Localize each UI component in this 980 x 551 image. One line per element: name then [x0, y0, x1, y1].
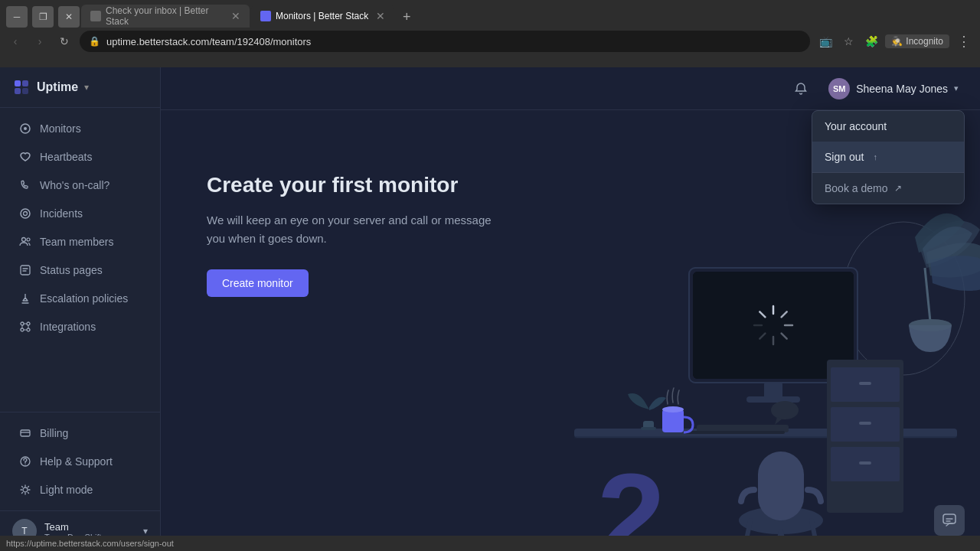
tab-monitors[interactable]: Monitors | Better Stack ✕ — [251, 5, 394, 28]
svg-point-11 — [21, 322, 24, 325]
extensions-icon[interactable]: 🧩 — [862, 32, 880, 51]
sidebar-item-light-mode[interactable]: Light mode — [6, 476, 154, 504]
monitors-label: Monitors — [40, 122, 81, 135]
sidebar-item-monitors[interactable]: Monitors — [6, 115, 154, 142]
team-members-label: Team members — [40, 236, 113, 248]
create-monitor-btn[interactable]: Create monitor — [207, 269, 309, 297]
user-menu-btn[interactable]: SM Sheena May Jones ▾ — [822, 75, 965, 103]
tab-inbox[interactable]: Check your inbox | Better Stack ✕ — [81, 5, 250, 28]
sidebar-item-escalation[interactable]: Escalation policies — [6, 285, 154, 312]
light-mode-icon — [18, 483, 32, 497]
incidents-label: Incidents — [40, 207, 83, 220]
new-tab-btn[interactable]: + — [396, 6, 417, 28]
escalation-label: Escalation policies — [40, 292, 128, 305]
minimize-btn[interactable]: ─ — [6, 6, 28, 28]
user-name: Sheena May Jones — [856, 83, 948, 95]
back-btn[interactable]: ‹ — [6, 32, 24, 51]
svg-point-5 — [24, 127, 27, 130]
sidebar-nav: Monitors Heartbeats Who's on-call? — [0, 108, 160, 412]
app-container: Uptime ▾ Monitors — [0, 67, 980, 551]
svg-point-18 — [23, 487, 28, 492]
lock-icon: 🔒 — [89, 36, 100, 47]
status-url: https://uptime.betterstack.com/users/sig… — [6, 539, 174, 548]
sidebar-item-billing[interactable]: Billing — [6, 419, 154, 447]
help-icon — [18, 455, 32, 468]
svg-rect-39 — [758, 452, 804, 520]
logo-icon — [12, 78, 31, 96]
hero-title: Create your first monitor — [207, 171, 498, 199]
tab-label-inbox: Check your inbox | Better Stack — [106, 5, 224, 27]
svg-rect-33 — [764, 383, 782, 398]
status-bar: https://uptime.betterstack.com/users/sig… — [0, 536, 980, 551]
logo-area[interactable]: Uptime ▾ — [12, 78, 89, 96]
integrations-label: Integrations — [40, 321, 96, 333]
team-name: Team — [44, 521, 136, 533]
svg-rect-34 — [746, 396, 800, 403]
sidebar-item-incidents[interactable]: Incidents — [6, 200, 154, 227]
tab-label-monitors: Monitors | Better Stack — [276, 11, 368, 21]
svg-point-7 — [24, 212, 28, 216]
svg-rect-54 — [859, 422, 871, 425]
svg-point-6 — [21, 209, 30, 218]
svg-rect-10 — [21, 266, 30, 275]
tab-close-inbox[interactable]: ✕ — [231, 10, 240, 22]
address-bar[interactable]: 🔒 uptime.betterstack.com/team/192408/mon… — [80, 31, 810, 52]
svg-point-17 — [24, 464, 25, 465]
svg-point-48 — [771, 401, 799, 419]
svg-rect-0 — [15, 80, 21, 86]
toolbar-icons: 📺 ☆ 🧩 🕵 Incognito ⋮ — [816, 32, 974, 51]
cast-icon[interactable]: 📺 — [816, 32, 835, 51]
svg-rect-59 — [641, 427, 656, 430]
escalation-icon — [18, 292, 32, 305]
help-label: Help & Support — [40, 455, 113, 468]
sidebar-item-team-members[interactable]: Team members — [6, 228, 154, 256]
heartbeats-icon — [18, 150, 32, 164]
incidents-icon — [18, 207, 32, 220]
integrations-icon — [18, 320, 32, 334]
svg-rect-1 — [22, 80, 28, 86]
sidebar-item-integrations[interactable]: Integrations — [6, 313, 154, 341]
billing-icon — [18, 426, 32, 440]
status-pages-label: Status pages — [40, 264, 103, 276]
svg-point-14 — [27, 328, 30, 331]
svg-rect-53 — [859, 382, 871, 385]
sidebar: Uptime ▾ Monitors — [0, 67, 161, 551]
incognito-btn[interactable]: 🕵 Incognito — [885, 34, 949, 48]
main-header: SM Sheena May Jones ▾ — [161, 67, 980, 110]
svg-rect-2 — [15, 88, 21, 94]
chat-btn[interactable] — [934, 505, 965, 536]
dropdown-your-account[interactable]: Your account — [812, 111, 964, 142]
svg-rect-45 — [685, 431, 785, 434]
notifications-btn[interactable] — [789, 77, 813, 101]
logo-chevron-icon: ▾ — [84, 82, 89, 93]
browser-chrome: ─ ❐ ✕ Check your inbox | Better Stack ✕ … — [0, 0, 980, 67]
sidebar-item-oncall[interactable]: Who's on-call? — [6, 171, 154, 199]
restore-btn[interactable]: ❐ — [32, 6, 54, 28]
main-area: SM Sheena May Jones ▾ Create your first … — [161, 67, 980, 551]
browser-menu-btn[interactable]: ⋮ — [954, 33, 974, 50]
reload-btn[interactable]: ↻ — [55, 32, 74, 51]
svg-rect-46 — [662, 409, 684, 432]
dropdown-book-demo[interactable]: Book a demo ↗ — [812, 173, 964, 204]
tab-favicon-inbox — [90, 11, 101, 21]
forward-btn[interactable]: › — [31, 32, 49, 51]
user-dropdown-menu: Your account Sign out ↑ Book a demo ↗ — [812, 110, 965, 204]
hero-description: We will keep an eye on your server and c… — [207, 211, 498, 248]
sidebar-item-status-pages[interactable]: Status pages — [6, 256, 154, 284]
address-text: uptime.betterstack.com/team/192408/monit… — [106, 36, 311, 47]
heartbeats-label: Heartbeats — [40, 151, 92, 163]
svg-point-12 — [27, 322, 30, 325]
bookmark-icon[interactable]: ☆ — [839, 32, 858, 51]
close-btn[interactable]: ✕ — [58, 6, 80, 28]
sidebar-item-help[interactable]: Help & Support — [6, 448, 154, 475]
svg-point-21 — [909, 319, 952, 331]
tab-close-monitors[interactable]: ✕ — [376, 10, 385, 22]
dropdown-sign-out[interactable]: Sign out ↑ — [812, 142, 964, 172]
user-avatar: SM — [828, 78, 850, 99]
svg-rect-55 — [859, 461, 871, 465]
sidebar-item-heartbeats[interactable]: Heartbeats — [6, 143, 154, 171]
light-mode-label: Light mode — [40, 484, 93, 496]
sidebar-bottom: Billing Help & Support — [0, 412, 160, 510]
svg-rect-15 — [21, 430, 30, 436]
your-account-label: Your account — [825, 120, 887, 132]
